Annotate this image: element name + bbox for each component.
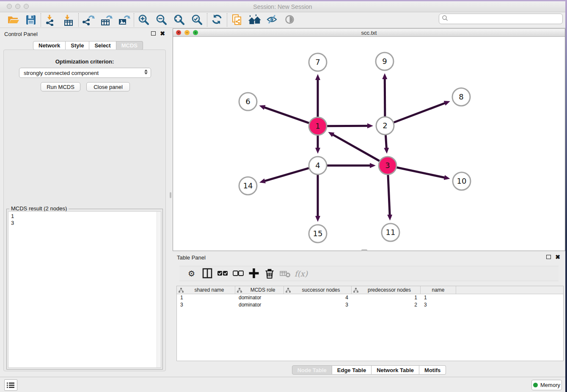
- svg-text:4: 4: [315, 161, 320, 170]
- close-panel-button[interactable]: Close panel: [86, 82, 130, 91]
- edge-1-6[interactable]: [264, 108, 309, 123]
- first-neighbors-icon[interactable]: [246, 13, 264, 27]
- edge-1-2[interactable]: [327, 126, 368, 126]
- export-image-icon[interactable]: [115, 13, 133, 27]
- tab-edge-table[interactable]: Edge Table: [332, 365, 372, 375]
- zoom-in-icon[interactable]: [135, 13, 153, 27]
- zoom-selected-icon[interactable]: [188, 13, 206, 27]
- svg-text:6: 6: [245, 97, 250, 106]
- optimization-criterion-label: Optimization criterion:: [4, 58, 165, 65]
- tab-network-table[interactable]: Network Table: [372, 365, 419, 375]
- mcds-result-scrollbar[interactable]: [157, 212, 161, 367]
- column-header-name[interactable]: name: [421, 286, 456, 294]
- tab-node-table[interactable]: Node Table: [292, 365, 332, 375]
- edge-3-1[interactable]: [333, 135, 380, 161]
- close-panel-icon[interactable]: ✖: [160, 31, 165, 36]
- search-icon: [442, 15, 449, 23]
- table-cell[interactable]: 3: [177, 301, 235, 309]
- tab-network[interactable]: Network: [33, 41, 66, 50]
- graph-node-15[interactable]: 15: [309, 225, 327, 243]
- import-network-icon[interactable]: [42, 13, 60, 27]
- float-panel-icon[interactable]: [151, 31, 156, 36]
- duplicate-network-icon[interactable]: [228, 13, 246, 27]
- export-table-icon[interactable]: [97, 13, 115, 27]
- add-column-icon[interactable]: [246, 267, 262, 280]
- control-panel: Control Panel ✖ NetworkStyleSelectMCDS O…: [0, 28, 169, 373]
- mcds-result-fieldset: MCDS result (2 nodes) 1 3: [6, 209, 163, 370]
- search-input[interactable]: [449, 16, 562, 22]
- table-cell[interactable]: 1: [352, 294, 421, 301]
- table-cell[interactable]: dominator: [235, 301, 284, 309]
- close-table-panel-icon[interactable]: ✖: [555, 255, 560, 259]
- svg-text:2: 2: [383, 121, 387, 130]
- tab-select[interactable]: Select: [89, 41, 116, 50]
- edge-2-9[interactable]: [385, 79, 385, 116]
- table-row[interactable]: 1dominator411: [177, 294, 563, 301]
- svg-text:7: 7: [315, 58, 320, 66]
- delete-table-icon: [278, 267, 293, 280]
- task-history-button[interactable]: [4, 379, 17, 391]
- graph-node-8[interactable]: 8: [452, 88, 470, 106]
- edge-3-10[interactable]: [397, 168, 445, 178]
- table-cell[interactable]: 2: [352, 301, 421, 309]
- toolbar-separator: [134, 13, 134, 27]
- table-cell[interactable]: 1: [177, 294, 235, 301]
- table-row[interactable]: 3dominator323: [177, 301, 563, 309]
- table-cell[interactable]: 1: [421, 294, 456, 301]
- split-panel-icon[interactable]: [199, 267, 215, 280]
- refresh-styles-icon[interactable]: [208, 13, 226, 27]
- delete-column-icon[interactable]: [262, 267, 278, 280]
- graph-node-11[interactable]: 11: [382, 224, 399, 241]
- svg-text:15: 15: [313, 229, 323, 238]
- control-panel-title: Control Panel: [4, 31, 38, 37]
- node-table: shared nameMCDS rolesuccessor nodesprede…: [176, 286, 564, 361]
- tab-motifs[interactable]: Motifs: [419, 365, 446, 375]
- column-header-successor-nodes[interactable]: successor nodes: [284, 286, 352, 294]
- window-title: Session: New Session: [0, 3, 565, 10]
- hide-selected-icon[interactable]: [264, 13, 281, 27]
- edge-2-3[interactable]: [385, 135, 386, 148]
- export-network-icon[interactable]: [80, 13, 97, 27]
- table-cell[interactable]: 3: [421, 301, 456, 309]
- network-canvas[interactable]: 7968124314101511: [173, 37, 565, 251]
- search-box[interactable]: [439, 14, 563, 24]
- edge-4-14[interactable]: [264, 168, 309, 181]
- save-session-icon[interactable]: [22, 13, 40, 27]
- table-settings-gear-icon[interactable]: ⚙: [184, 267, 199, 280]
- horizontal-splitter-handle[interactable]: [361, 249, 367, 251]
- graph-node-14[interactable]: 14: [239, 177, 257, 195]
- vertical-splitter-handle[interactable]: [170, 192, 171, 198]
- run-mcds-button[interactable]: Run MCDS: [41, 82, 80, 91]
- graph-node-2[interactable]: 2: [376, 117, 394, 135]
- mcds-result-text[interactable]: 1 3: [8, 211, 161, 368]
- graph-node-1[interactable]: 1: [309, 117, 327, 135]
- optimization-criterion-select[interactable]: strongly connected component: [19, 68, 151, 78]
- status-bar: Memory: [0, 377, 565, 392]
- graph-node-9[interactable]: 9: [376, 52, 394, 70]
- graph-node-3[interactable]: 3: [379, 157, 396, 174]
- open-session-icon[interactable]: [4, 13, 22, 27]
- zoom-out-icon[interactable]: [153, 13, 171, 27]
- zoom-fit-icon[interactable]: [171, 13, 188, 27]
- list-icon: [7, 382, 15, 389]
- select-all-rows-icon[interactable]: [215, 267, 231, 280]
- tab-mcds[interactable]: MCDS: [116, 41, 143, 50]
- table-cell[interactable]: dominator: [235, 294, 284, 301]
- edge-2-8[interactable]: [394, 103, 445, 122]
- graph-node-6[interactable]: 6: [239, 93, 257, 110]
- float-table-panel-icon[interactable]: [546, 255, 551, 259]
- table-cell[interactable]: 3: [284, 301, 352, 309]
- column-header-shared-name[interactable]: shared name: [177, 286, 235, 294]
- column-header-MCDS-role[interactable]: MCDS role: [235, 286, 284, 294]
- column-header-predecessor-nodes[interactable]: predecessor nodes: [352, 286, 421, 294]
- memory-button[interactable]: Memory: [531, 380, 562, 390]
- edge-3-11[interactable]: [388, 175, 390, 215]
- table-cell[interactable]: 4: [284, 294, 352, 301]
- graph-node-7[interactable]: 7: [309, 53, 327, 71]
- toolbar-separator: [78, 13, 79, 27]
- tab-style[interactable]: Style: [66, 41, 89, 50]
- graph-node-10[interactable]: 10: [453, 172, 471, 190]
- deselect-all-rows-icon[interactable]: [231, 267, 246, 280]
- graph-node-4[interactable]: 4: [309, 157, 327, 174]
- import-table-icon[interactable]: [60, 13, 77, 27]
